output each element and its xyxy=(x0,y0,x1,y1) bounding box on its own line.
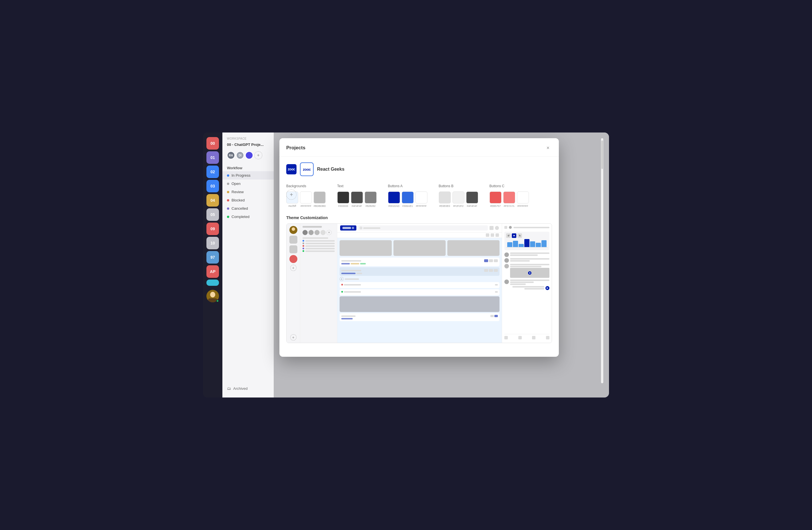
sidebar-icon-02[interactable]: 02 xyxy=(206,165,219,178)
preview-icon-3 xyxy=(289,255,298,263)
swatch-001dad[interactable]: #001DAD xyxy=(388,191,400,207)
preview-cols-icon xyxy=(495,233,499,237)
swatch-ffffff-c[interactable]: #FFFFFF xyxy=(517,191,529,207)
sidebar-icon-teal[interactable] xyxy=(206,280,219,286)
archive-icon: 🗂 xyxy=(227,386,231,391)
preview-nav-item-5 xyxy=(303,250,335,252)
sidebar-icon-04[interactable]: 04 xyxy=(206,194,219,207)
preview-icon-2 xyxy=(289,245,298,253)
preview-msg-1 xyxy=(504,252,549,257)
nav-item-in-progress[interactable]: In Progress xyxy=(222,171,274,179)
status-dot-review xyxy=(227,191,229,193)
theme-preview: + + xyxy=(286,223,552,343)
modal-body: zooc zooc React Geeks + xyxy=(279,157,559,357)
swatch-f57a7a[interactable]: #F57A7A xyxy=(503,191,515,207)
status-dot-blocked xyxy=(227,199,229,202)
modal-scrollbar-thumb xyxy=(601,141,603,169)
swatch-f2f2f2[interactable]: #F2F2F2 xyxy=(452,191,464,207)
preview-msg-2 xyxy=(504,258,549,263)
nav-item-completed[interactable]: Completed xyxy=(222,212,274,221)
swatch-4f4f4f-b[interactable]: #4F4F4F xyxy=(466,191,478,207)
sidebar-icon-10[interactable]: 10 xyxy=(206,237,219,249)
text-swatches: #333333 #4F4F4F #828282 xyxy=(337,191,377,207)
sidebar-icon-05[interactable]: 05 xyxy=(206,208,219,221)
preview-bar-chart xyxy=(506,239,548,247)
preview-left-sidebar: + + xyxy=(287,224,300,343)
preview-card-3 xyxy=(447,240,499,256)
archived-button[interactable]: 🗂 Archived xyxy=(222,384,274,393)
add-project-button[interactable]: + xyxy=(286,190,296,200)
nav-item-open[interactable]: Open xyxy=(222,179,274,188)
nav-item-blocked[interactable]: Blocked xyxy=(222,196,274,204)
palette-groups: Backgrounds #ecf5ff #FFFFFF xyxy=(286,184,552,207)
team-avatars: RA DI + xyxy=(222,151,274,164)
theme-section-title: Theme Customization xyxy=(286,216,552,220)
svg-rect-5 xyxy=(513,235,514,236)
preview-chat-panel: ↺ ↻ xyxy=(502,224,552,343)
preview-cards-row xyxy=(339,240,499,256)
svg-point-1 xyxy=(210,292,215,297)
project-logo-unselected[interactable]: zooc xyxy=(286,164,296,174)
preview-nav-item-1 xyxy=(303,240,335,241)
preview-card-2 xyxy=(393,240,446,256)
sidebar-icon-01[interactable]: 01 xyxy=(206,151,219,164)
modal-overlay: Projects × zooc zooc xyxy=(274,132,609,398)
status-dot-cancelled xyxy=(227,207,229,210)
palette-group-buttons-b: Buttons B #E0E0E0 #F2F2F2 xyxy=(439,184,478,207)
nav-item-cancelled[interactable]: Cancelled xyxy=(222,204,274,212)
preview-msg-3 xyxy=(504,264,549,278)
buttons-c-swatches: #EB5757 #F57A7A #FFFFFF xyxy=(490,191,529,207)
preview-chat-input xyxy=(504,334,549,340)
nav-sidebar: Workspace 00 - ChatGPT Proje... RA DI + … xyxy=(222,132,274,398)
swatch-306ae1[interactable]: #306AE1 xyxy=(402,191,414,207)
palette-section: Backgrounds #ecf5ff #FFFFFF xyxy=(286,184,552,207)
nav-item-review[interactable]: Review xyxy=(222,188,274,196)
preview-avatar xyxy=(289,226,298,234)
preview-search-text xyxy=(363,227,380,229)
svg-marker-6 xyxy=(530,272,531,274)
nav-label-completed: Completed xyxy=(232,215,249,219)
preview-add-task: + xyxy=(339,277,499,281)
preview-chart-area: ↺ ↻ xyxy=(504,232,549,250)
theme-preview-main: + + xyxy=(287,224,502,343)
project-logo-selected[interactable]: zooc xyxy=(300,162,314,176)
preview-bell-icon xyxy=(495,226,499,230)
sidebar-icon-03[interactable]: 03 xyxy=(206,180,219,192)
preview-nav-item-4 xyxy=(303,248,335,249)
avatar-2[interactable]: DI xyxy=(236,151,244,159)
close-icon: × xyxy=(547,145,550,151)
preview-task-item-1 xyxy=(339,257,499,266)
project-name: React Geeks xyxy=(317,167,344,172)
avatar-1[interactable]: RA xyxy=(227,151,235,159)
preview-add: + xyxy=(290,265,296,271)
swatch-bdbdbd[interactable]: #BDBDBD xyxy=(314,191,326,207)
nav-label-blocked: Blocked xyxy=(232,198,245,202)
sidebar-icon-00[interactable]: 00 xyxy=(206,137,219,150)
sidebar-icon-AP[interactable]: AP xyxy=(206,265,219,278)
project-title[interactable]: 00 - ChatGPT Proje... xyxy=(222,143,274,151)
swatch-333333[interactable]: #333333 xyxy=(337,191,349,207)
swatch-eb5757[interactable]: #EB5757 xyxy=(490,191,502,207)
palette-title-buttons-a: Buttons A xyxy=(388,184,427,188)
avatar-3[interactable] xyxy=(245,151,253,159)
swatch-ffffff-a[interactable]: #FFFFFF xyxy=(416,191,427,207)
palette-title-buttons-b: Buttons B xyxy=(439,184,478,188)
sidebar-icon-09[interactable]: 09 xyxy=(206,223,219,235)
preview-card-1 xyxy=(339,240,392,256)
preview-search xyxy=(358,225,488,231)
preview-blue-btn xyxy=(340,225,357,231)
swatch-e0e0e0[interactable]: #E0E0E0 xyxy=(439,191,451,207)
palette-group-buttons-a: Buttons A #001DAD #306AE1 xyxy=(388,184,427,207)
user-avatar-bottom[interactable] xyxy=(206,290,219,302)
projects-modal: Projects × zooc zooc xyxy=(279,138,559,357)
preview-nav-item-2 xyxy=(303,242,335,244)
add-member-button[interactable]: + xyxy=(254,151,262,159)
preview-add-bottom: + xyxy=(290,334,296,340)
swatch-828282[interactable]: #828282 xyxy=(365,191,377,207)
swatch-4f4f4f[interactable]: #4F4F4F xyxy=(351,191,363,207)
sidebar-icon-97[interactable]: 97 xyxy=(206,251,219,264)
preview-view-toggle xyxy=(337,233,502,238)
swatch-ffffff-bg[interactable]: #FFFFFF xyxy=(300,191,312,207)
close-button[interactable]: × xyxy=(544,144,552,152)
preview-icon-1 xyxy=(289,236,298,244)
